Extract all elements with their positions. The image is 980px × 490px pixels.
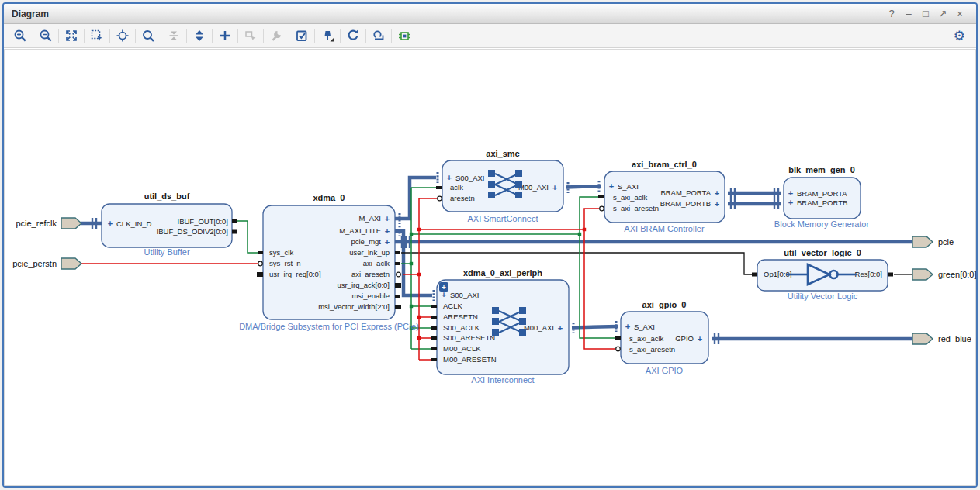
block-util-vector-logic-0[interactable]: util_vector_logic_0 Op1[0:0] Res[0:0] Ut… — [752, 248, 893, 301]
zoom-in-icon[interactable] — [10, 26, 30, 45]
block-xdma-0-axi-periph[interactable]: xdma_0_axi_periph + + S00_AXI ACLK ARESE… — [431, 268, 569, 385]
make-external-icon[interactable] — [241, 26, 261, 45]
pin-s-axi[interactable]: S_AXI — [634, 323, 655, 331]
expand-pin-icon[interactable]: + — [108, 219, 113, 228]
pin-bram-portb[interactable]: BRAM_PORTB — [797, 198, 847, 207]
expand-pin-icon[interactable]: + — [609, 181, 614, 191]
pin-s-axi[interactable]: S_AXI — [618, 182, 639, 191]
pin-aresetn[interactable]: aresetn — [450, 194, 475, 202]
toolbar-separator — [84, 29, 85, 43]
settings-gear-icon[interactable]: ⚙ — [954, 29, 965, 43]
pin-aclk[interactable]: aclk — [450, 183, 463, 192]
zoom-out-icon[interactable] — [36, 26, 56, 45]
pin-usr-irq-req[interactable]: usr_irq_req[0:0] — [269, 270, 321, 278]
fit-selection-icon[interactable] — [113, 26, 133, 45]
toolbar-separator — [33, 29, 33, 43]
pin-ibuf-out[interactable]: IBUF_OUT[0:0] — [178, 217, 228, 226]
block-axi-smc[interactable]: axi_smc + S00_AXI aclk aresetn M00_AXI +… — [436, 149, 563, 223]
expand-pin-icon[interactable]: + — [698, 334, 702, 343]
pin-s-axi-aresetn[interactable]: s_axi_aresetn — [613, 204, 659, 212]
pin-s00-axi[interactable]: S00_AXI — [450, 291, 480, 299]
pin-sys-rst-n[interactable]: sys_rst_n — [269, 259, 301, 267]
optimize-routing-icon[interactable] — [369, 26, 389, 45]
wire-periph-to-gpio[interactable] — [572, 326, 618, 328]
pin-res[interactable]: Res[0:0] — [855, 270, 882, 278]
add-ip-icon[interactable] — [215, 26, 235, 45]
pin-s00-aclk[interactable]: S00_ACLK — [443, 323, 480, 332]
block-type-label: AXI BRAM Controller — [624, 224, 705, 233]
show-interfaces-icon[interactable] — [394, 26, 414, 45]
port-pcie-perstn[interactable]: pcie_perstn — [12, 258, 81, 269]
expand-pin-icon[interactable]: + — [385, 214, 390, 223]
pin-clk-in-d[interactable]: CLK_IN_D — [116, 219, 152, 228]
pin-bram-porta[interactable]: BRAM_PORTA — [797, 189, 847, 198]
expand-hierarchy-icon[interactable] — [189, 26, 210, 45]
pin-usr-irq-ack[interactable]: usr_irq_ack[0:0] — [337, 281, 390, 289]
pin-m00-axi[interactable]: M00_AXI — [524, 323, 554, 332]
block-xdma-0[interactable]: xdma_0 sys_clk sys_rst_n usr_irq_req[0:0… — [239, 193, 419, 331]
pin-msi-enable[interactable]: msi_enable — [351, 292, 390, 300]
pin-user-lnk-up[interactable]: user_lnk_up — [349, 248, 390, 257]
expand-pin-icon[interactable]: + — [625, 322, 630, 331]
pin-s00-axi[interactable]: S00_AXI — [455, 174, 485, 182]
pin-icon[interactable] — [317, 26, 338, 45]
pin-msi-vector-width[interactable]: msi_vector_width[2:0] — [318, 302, 390, 311]
expand-pin-icon[interactable]: + — [552, 183, 557, 192]
block-blk-mem-gen-0[interactable]: blk_mem_gen_0 + BRAM_PORTA + BRAM_PORTB … — [774, 165, 870, 229]
expand-pin-icon[interactable]: + — [788, 198, 793, 207]
pin-m00-axi[interactable]: M00_AXI — [518, 183, 549, 192]
expand-pin-icon[interactable]: + — [447, 173, 452, 182]
block-util-ds-buf[interactable]: util_ds_buf + CLK_IN_D IBUF_OUT[0:0] IBU… — [102, 192, 237, 257]
pin-sys-clk[interactable]: sys_clk — [269, 248, 293, 257]
search-icon[interactable] — [138, 26, 158, 45]
port-pcie-refclk[interactable]: pcie_refclk — [16, 218, 81, 229]
block-title: xdma_0_axi_periph — [463, 268, 542, 278]
expand-pin-icon[interactable]: + — [558, 323, 563, 333]
expand-pin-icon[interactable]: + — [385, 237, 390, 247]
validate-design-icon[interactable] — [292, 26, 312, 45]
port-red-blue[interactable]: red_blue — [912, 333, 971, 344]
help-icon[interactable]: ? — [883, 8, 900, 19]
regenerate-layout-icon[interactable] — [343, 26, 363, 45]
pin-m00-aresetn[interactable]: M00_ARESETN — [443, 355, 497, 364]
expand-pin-icon[interactable]: + — [788, 188, 793, 198]
zoom-fit-icon[interactable] — [61, 26, 81, 45]
port-pcie[interactable]: pcie — [912, 236, 954, 247]
collapse-hierarchy-icon[interactable] — [164, 26, 184, 45]
port-green[interactable]: green[0:0] — [912, 269, 977, 280]
zoom-to-selection-icon[interactable] — [87, 26, 107, 45]
wire-user-lnk-up[interactable] — [401, 253, 752, 274]
block-axi-bram-ctrl-0[interactable]: axi_bram_ctrl_0 + S_AXI s_axi_aclk s_axi… — [598, 160, 725, 233]
pin-s00-aresetn[interactable]: S00_ARESETN — [443, 333, 495, 342]
pin-aclk[interactable]: ACLK — [443, 302, 462, 310]
pin-m-axi-lite[interactable]: M_AXI_LITE — [339, 226, 381, 235]
pin-gpio[interactable]: GPIO — [675, 334, 694, 343]
customize-block-icon[interactable] — [266, 26, 286, 45]
minimize-icon[interactable]: – — [900, 8, 917, 19]
pin-s-axi-aresetn[interactable]: s_axi_aresetn — [629, 345, 675, 354]
expand-pin-icon[interactable]: + — [715, 188, 719, 198]
float-icon[interactable]: ↗ — [934, 8, 951, 19]
pin-stub — [431, 347, 437, 350]
pin-ibuf-ds-odiv2[interactable]: IBUF_DS_ODIV2[0:0] — [157, 227, 228, 236]
diagram-canvas[interactable]: pcie_refclk pcie_perstn pcie green[0:0] … — [4, 49, 976, 486]
close-icon[interactable]: × — [951, 8, 968, 19]
expand-pin-icon[interactable]: + — [715, 199, 719, 209]
block-type-label: Utility Buffer — [144, 247, 189, 257]
block-axi-gpio-0[interactable]: axi_gpio_0 + S_AXI s_axi_aclk s_axi_ares… — [615, 300, 708, 375]
pin-bram-porta[interactable]: BRAM_PORTA — [660, 188, 711, 197]
maximize-icon[interactable]: □ — [917, 8, 934, 19]
block-type-label: Block Memory Generator — [774, 219, 870, 229]
pin-aresetn[interactable]: ARESETN — [443, 312, 478, 321]
pin-axi-aclk[interactable]: axi_aclk — [363, 259, 390, 267]
pin-m00-aclk[interactable]: M00_ACLK — [443, 344, 481, 353]
expand-pin-icon[interactable]: + — [442, 290, 446, 299]
pin-s-axi-aclk[interactable]: s_axi_aclk — [613, 193, 648, 202]
wire-smc-to-bram[interactable] — [566, 186, 601, 188]
pin-bram-portb[interactable]: BRAM_PORTB — [660, 199, 711, 208]
pin-pcie-mgt[interactable]: pcie_mgt — [351, 237, 381, 246]
pin-m-axi[interactable]: M_AXI — [358, 214, 381, 223]
expand-pin-icon[interactable]: + — [385, 226, 390, 236]
pin-s-axi-aclk[interactable]: s_axi_aclk — [629, 334, 664, 343]
pin-axi-aresetn[interactable]: axi_aresetn — [351, 270, 390, 278]
